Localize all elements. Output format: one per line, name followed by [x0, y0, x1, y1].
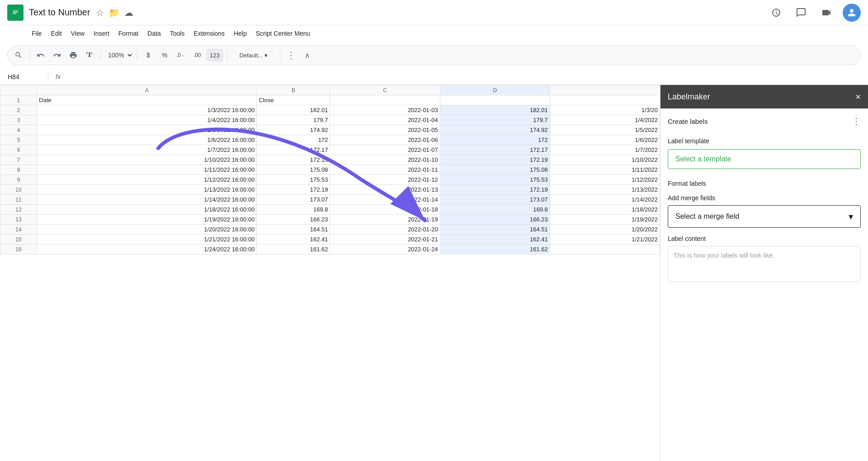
- redo-btn[interactable]: [50, 48, 64, 62]
- cell-e2[interactable]: 1/3/20: [550, 105, 660, 115]
- cell-a8[interactable]: 1/11/2022 16:00:00: [37, 165, 257, 175]
- undo-btn[interactable]: [33, 48, 48, 62]
- number-format-btn[interactable]: 123: [206, 49, 223, 61]
- cell-b6[interactable]: 172.17: [257, 145, 330, 155]
- cloud-icon[interactable]: ☁: [124, 7, 133, 18]
- cell-e6[interactable]: 1/7/2022: [550, 145, 660, 155]
- cell-e16[interactable]: [550, 245, 660, 254]
- cell-d2[interactable]: 182.01: [440, 105, 550, 115]
- cell-a5[interactable]: 1/6/2022 16:00:00: [37, 135, 257, 145]
- merge-field-select[interactable]: Select a merge field ▾: [668, 205, 861, 228]
- cell-a15[interactable]: 1/21/2022 16:00:00: [37, 235, 257, 245]
- cell-c3[interactable]: 2022-01-04: [330, 115, 440, 125]
- cell-c10[interactable]: 2022-01-13: [330, 185, 440, 195]
- percent-btn[interactable]: %: [157, 48, 172, 62]
- name-box[interactable]: [4, 72, 44, 82]
- comment-icon[interactable]: [792, 4, 810, 22]
- cell-c6[interactable]: 2022-01-07: [330, 145, 440, 155]
- cell-d14[interactable]: 164.51: [440, 225, 550, 235]
- col-header-b[interactable]: B: [257, 85, 330, 95]
- cell-c5[interactable]: 2022-01-06: [330, 135, 440, 145]
- cell-a1[interactable]: Date: [37, 95, 257, 105]
- menu-help[interactable]: Help: [229, 28, 251, 39]
- cell-d6[interactable]: 172.17: [440, 145, 550, 155]
- cell-a6[interactable]: 1/7/2022 16:00:00: [37, 145, 257, 155]
- cell-c7[interactable]: 2022-01-10: [330, 155, 440, 165]
- cell-d5[interactable]: 172: [440, 135, 550, 145]
- cell-a16[interactable]: 1/24/2022 16:00:00: [37, 245, 257, 254]
- cell-c11[interactable]: 2022-01-14: [330, 195, 440, 205]
- cell-d4[interactable]: 174.92: [440, 125, 550, 135]
- cell-e12[interactable]: 1/18/2022: [550, 205, 660, 215]
- font-family-btn[interactable]: Default... ▾: [231, 48, 276, 62]
- user-avatar[interactable]: [843, 4, 861, 22]
- menu-extensions[interactable]: Extensions: [189, 28, 229, 39]
- col-header-a[interactable]: A: [37, 85, 257, 95]
- cell-a14[interactable]: 1/20/2022 16:00:00: [37, 225, 257, 235]
- cell-e4[interactable]: 1/5/2022: [550, 125, 660, 135]
- cell-b13[interactable]: 166.23: [257, 215, 330, 225]
- menu-view[interactable]: View: [66, 28, 89, 39]
- menu-edit[interactable]: Edit: [47, 28, 66, 39]
- history-icon[interactable]: [767, 4, 785, 22]
- menu-insert[interactable]: Insert: [89, 28, 114, 39]
- cell-a3[interactable]: 1/4/2022 16:00:00: [37, 115, 257, 125]
- cell-a12[interactable]: 1/18/2022 16:00:00: [37, 205, 257, 215]
- print-btn[interactable]: [66, 48, 80, 62]
- cell-c9[interactable]: 2022-01-12: [330, 175, 440, 185]
- menu-script-center[interactable]: Script Center Menu: [251, 28, 315, 39]
- cell-a7[interactable]: 1/10/2022 16:00:00: [37, 155, 257, 165]
- menu-file[interactable]: File: [27, 28, 47, 39]
- menu-data[interactable]: Data: [143, 28, 165, 39]
- cell-b12[interactable]: 169.8: [257, 205, 330, 215]
- cell-e10[interactable]: 1/13/2022: [550, 185, 660, 195]
- cell-d12[interactable]: 169.8: [440, 205, 550, 215]
- cell-b1[interactable]: Close: [257, 95, 330, 105]
- cell-a10[interactable]: 1/13/2022 16:00:00: [37, 185, 257, 195]
- currency-btn[interactable]: $: [141, 48, 156, 62]
- cell-e11[interactable]: 1/14/2022: [550, 195, 660, 205]
- cell-a13[interactable]: 1/19/2022 16:00:00: [37, 215, 257, 225]
- cell-b5[interactable]: 172: [257, 135, 330, 145]
- cell-d11[interactable]: 173.07: [440, 195, 550, 205]
- cell-e5[interactable]: 1/6/2022: [550, 135, 660, 145]
- cell-e9[interactable]: 1/12/2022: [550, 175, 660, 185]
- col-header-d[interactable]: D: [440, 85, 550, 95]
- cell-a9[interactable]: 1/12/2022 16:00:00: [37, 175, 257, 185]
- cell-c12[interactable]: 2022-01-18: [330, 205, 440, 215]
- cell-b9[interactable]: 175.53: [257, 175, 330, 185]
- select-template-btn[interactable]: Select a template: [668, 149, 861, 169]
- video-icon[interactable]: [817, 4, 835, 22]
- cell-b10[interactable]: 172.19: [257, 185, 330, 195]
- cell-b16[interactable]: 161.62: [257, 245, 330, 254]
- cell-d8[interactable]: 175.08: [440, 165, 550, 175]
- cell-c15[interactable]: 2022-01-21: [330, 235, 440, 245]
- cell-d10[interactable]: 172.19: [440, 185, 550, 195]
- zoom-select[interactable]: 100% 75% 50% 125%: [104, 50, 133, 60]
- label-content-box[interactable]: This is how your labels will look like.: [668, 246, 861, 282]
- cell-e14[interactable]: 1/20/2022: [550, 225, 660, 235]
- decimal-dec-btn[interactable]: .0←: [174, 48, 188, 62]
- decimal-inc-btn[interactable]: .00: [190, 48, 204, 62]
- cell-b7[interactable]: 172.19: [257, 155, 330, 165]
- cell-b3[interactable]: 179.7: [257, 115, 330, 125]
- col-header-e[interactable]: [550, 85, 660, 95]
- cell-b8[interactable]: 175.08: [257, 165, 330, 175]
- cell-a2[interactable]: 1/3/2022 16:00:00: [37, 105, 257, 115]
- cell-e7[interactable]: 1/10/2022: [550, 155, 660, 165]
- cell-c13[interactable]: 2022-01-19: [330, 215, 440, 225]
- cell-a11[interactable]: 1/14/2022 16:00:00: [37, 195, 257, 205]
- menu-format[interactable]: Format: [114, 28, 143, 39]
- panel-kebab-icon[interactable]: ⋮: [852, 116, 861, 127]
- cell-d3[interactable]: 179.7: [440, 115, 550, 125]
- more-options-btn[interactable]: ⋮: [284, 48, 298, 62]
- cell-b15[interactable]: 162.41: [257, 235, 330, 245]
- cell-c14[interactable]: 2022-01-20: [330, 225, 440, 235]
- panel-close-btn[interactable]: ×: [855, 92, 861, 102]
- star-icon[interactable]: ☆: [96, 7, 104, 18]
- folder-icon[interactable]: 📁: [108, 7, 120, 18]
- cell-d15[interactable]: 162.41: [440, 235, 550, 245]
- cell-b4[interactable]: 174.92: [257, 125, 330, 135]
- cell-c16[interactable]: 2022-01-24: [330, 245, 440, 254]
- cell-e1[interactable]: [550, 95, 660, 105]
